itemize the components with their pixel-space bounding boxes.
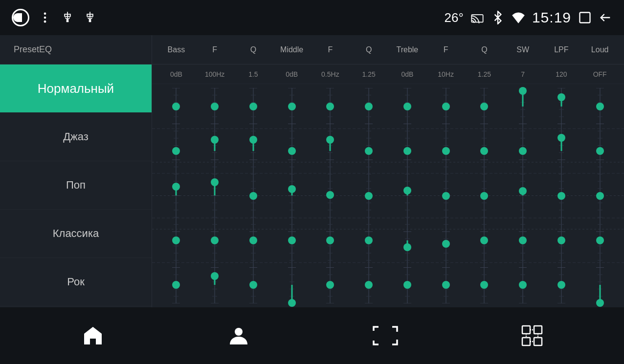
knob-normal-treble-f[interactable] — [442, 103, 450, 110]
knob-jazz-treble-q[interactable] — [480, 147, 488, 155]
knob-normal-treble[interactable] — [403, 103, 411, 110]
eq-col-bass-q: Q — [234, 45, 273, 54]
knob-rock-treble-q[interactable] — [480, 281, 488, 289]
grid-button[interactable] — [521, 325, 543, 346]
knob-jazz-treble[interactable] — [403, 147, 411, 155]
knob-rock-lpf[interactable] — [557, 281, 565, 289]
knob-normal-middle-q[interactable] — [365, 103, 373, 110]
brightness-icon[interactable] — [12, 9, 29, 26]
preset-list: PresetEQ Нормальный Джаз Поп Классика Ро… — [0, 35, 152, 307]
knob-pop-bass[interactable] — [172, 183, 180, 191]
eq-sliders-area — [152, 84, 624, 307]
knob-normal-bass-q[interactable] — [249, 103, 257, 110]
knob-classic-middle[interactable] — [288, 236, 296, 244]
knob-pop-middle-f[interactable] — [326, 191, 334, 199]
knob-normal-bass-f[interactable] — [211, 103, 219, 110]
knob-rock-loud[interactable] — [596, 299, 604, 307]
knob-pop-bass-f[interactable] — [211, 178, 219, 186]
knob-classic-bass-f[interactable] — [211, 236, 219, 244]
status-left-icons — [12, 9, 97, 26]
knob-jazz-treble-f[interactable] — [442, 147, 450, 155]
knob-normal-treble-q[interactable] — [480, 103, 488, 110]
knob-normal-sw[interactable] — [519, 87, 527, 95]
screen-button[interactable] — [373, 326, 398, 345]
preset-item-rock[interactable]: Рок — [0, 258, 152, 306]
usb1-icon — [61, 11, 74, 24]
knob-pop-treble-q[interactable] — [480, 192, 488, 200]
svg-rect-402 — [534, 338, 542, 345]
knob-classic-middle-q[interactable] — [365, 236, 373, 244]
knob-jazz-bass-q[interactable] — [249, 136, 257, 144]
svg-rect-4 — [89, 20, 91, 22]
knob-jazz-loud[interactable] — [596, 147, 604, 155]
bottom-bar — [0, 307, 624, 364]
eq-col-loud: Loud — [580, 45, 619, 54]
knob-classic-lpf[interactable] — [557, 236, 565, 244]
knob-pop-treble-f[interactable] — [442, 192, 450, 200]
preset-item-pop[interactable]: Поп — [0, 161, 152, 210]
home-icon — [81, 324, 105, 347]
slider-col-bass-q — [234, 84, 273, 307]
recents-icon[interactable] — [578, 11, 592, 24]
time-display: 15:19 — [532, 9, 571, 26]
knob-classic-loud[interactable] — [596, 236, 604, 244]
knob-classic-treble-f[interactable] — [442, 240, 450, 248]
knob-jazz-bass[interactable] — [172, 147, 180, 155]
knob-normal-lpf[interactable] — [557, 93, 565, 101]
knob-pop-sw[interactable] — [519, 187, 527, 195]
knob-rock-bass-f[interactable] — [211, 272, 219, 280]
eq-val-middle-f: 0.5Hz — [311, 70, 350, 78]
knob-jazz-middle[interactable] — [288, 147, 296, 155]
knob-jazz-middle-q[interactable] — [365, 147, 373, 155]
knob-normal-middle[interactable] — [288, 103, 296, 110]
knob-normal-loud[interactable] — [596, 103, 604, 110]
screen-icon — [373, 326, 398, 345]
eq-col-middle-f: F — [311, 45, 350, 54]
knob-rock-treble[interactable] — [403, 281, 411, 289]
knob-jazz-middle-f[interactable] — [326, 136, 334, 144]
knob-classic-treble[interactable] — [403, 243, 411, 251]
knob-pop-bass-q[interactable] — [249, 192, 257, 200]
knob-jazz-sw[interactable] — [519, 147, 527, 155]
knob-pop-middle[interactable] — [288, 185, 296, 193]
eq-header-row: Bass F Q Middle F Q Treble F Q SW LPF Lo… — [152, 35, 624, 64]
knob-jazz-lpf[interactable] — [557, 134, 565, 142]
slider-col-middle — [272, 84, 311, 307]
bluetooth-icon — [491, 11, 505, 24]
knob-rock-middle-q[interactable] — [365, 281, 373, 289]
knob-classic-bass-q[interactable] — [249, 236, 257, 244]
knob-classic-sw[interactable] — [519, 236, 527, 244]
cast-icon — [470, 11, 484, 24]
knob-pop-treble[interactable] — [403, 187, 411, 194]
home-button[interactable] — [81, 324, 105, 347]
knob-pop-lpf[interactable] — [557, 192, 565, 200]
knob-pop-middle-q[interactable] — [365, 192, 373, 200]
preset-item-normal[interactable]: Нормальный — [0, 64, 152, 113]
knob-normal-middle-f[interactable] — [326, 103, 334, 110]
knob-jazz-bass-f[interactable] — [211, 136, 219, 144]
eq-val-bass: 0dB — [157, 70, 196, 78]
knob-rock-bass-q[interactable] — [249, 281, 257, 289]
knob-classic-treble-q[interactable] — [480, 236, 488, 244]
wifi-icon — [512, 11, 525, 24]
knob-normal-bass[interactable] — [172, 103, 180, 110]
knob-rock-treble-f[interactable] — [442, 281, 450, 289]
knob-rock-middle[interactable] — [288, 299, 296, 307]
slider-col-middle-q — [350, 84, 388, 307]
knob-classic-bass[interactable] — [172, 236, 180, 244]
slider-col-bass-f — [196, 84, 234, 307]
knob-pop-loud[interactable] — [596, 192, 604, 200]
preset-item-jazz[interactable]: Джаз — [0, 113, 152, 161]
knob-rock-bass[interactable] — [172, 281, 180, 289]
eq-col-treble-f: F — [426, 45, 465, 54]
knob-classic-middle-f[interactable] — [326, 236, 334, 244]
knob-rock-sw[interactable] — [519, 281, 527, 289]
svg-rect-6 — [580, 13, 590, 23]
user-button[interactable] — [228, 325, 249, 346]
slider-col-treble-q — [465, 84, 504, 307]
menu-icon[interactable] — [38, 11, 52, 24]
back-icon[interactable] — [599, 11, 612, 24]
knob-rock-middle-f[interactable] — [326, 281, 334, 289]
preset-item-classic[interactable]: Классика — [0, 210, 152, 258]
eq-col-lpf: LPF — [542, 45, 581, 54]
